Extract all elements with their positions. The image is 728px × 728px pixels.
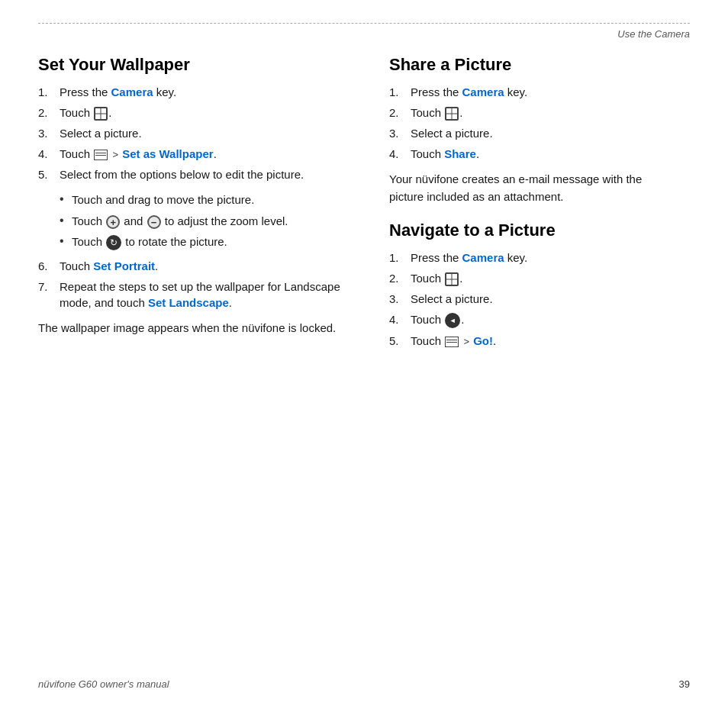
footer: nüvifone G60 owner's manual 39: [38, 678, 690, 690]
rotate-icon: [106, 235, 121, 250]
bullet-2: • Touch and to adjust the zoom level.: [60, 213, 359, 229]
step-num-3: 3.: [38, 125, 60, 141]
share-step-num-3: 3.: [389, 125, 411, 141]
menu-icon-2: [445, 337, 459, 347]
nav-icon: [445, 313, 460, 328]
share-step-4: 4. Touch Share.: [389, 146, 679, 162]
bullet-dot-2: •: [60, 212, 72, 229]
arrow-1: >: [112, 149, 118, 160]
left-column: Set Your Wallpaper 1. Press the Camera k…: [38, 55, 359, 358]
share-step-2: 2. Touch .: [389, 105, 679, 121]
share-step-1: 1. Press the Camera key.: [389, 84, 679, 100]
bullet-2-content: Touch and to adjust the zoom level.: [72, 213, 288, 229]
camera-link-1: Camera: [111, 85, 153, 98]
menu-icon-1: [94, 150, 108, 160]
step-4-content: Touch > Set as Wallpaper.: [60, 146, 217, 162]
step-num-4: 4.: [38, 146, 60, 162]
step-5-content: Select from the options below to edit th…: [60, 166, 304, 182]
bullet-1-content: Touch and drag to move the picture.: [72, 192, 254, 208]
zoom-out-icon: [147, 215, 161, 229]
go-link: Go!: [473, 334, 493, 347]
wallpaper-footer-note: The wallpaper image appears when the nüv…: [38, 320, 359, 337]
step-1-content: Press the Camera key.: [60, 84, 176, 100]
nav-step-num-5: 5.: [389, 333, 411, 349]
bullet-1: • Touch and drag to move the picture.: [60, 192, 359, 208]
bullet-list: • Touch and drag to move the picture. • …: [60, 192, 359, 250]
bullet-3: • Touch to rotate the picture.: [60, 234, 359, 250]
header-divider: [38, 23, 690, 24]
nav-step-1: 1. Press the Camera key.: [389, 250, 679, 266]
bullet-dot-3: •: [60, 233, 72, 250]
zoom-in-icon: [106, 215, 120, 229]
step-num-6: 6.: [38, 258, 60, 274]
camera-link-3: Camera: [462, 251, 504, 264]
step-num-7: 7.: [38, 279, 60, 311]
step-num-1: 1.: [38, 84, 60, 100]
page-header: Use the Camera: [38, 28, 690, 40]
footer-manual: nüvifone G60 owner's manual: [38, 678, 169, 690]
set-wallpaper-title: Set Your Wallpaper: [38, 55, 359, 75]
step-7-content: Repeat the steps to set up the wallpaper…: [60, 279, 359, 311]
navigate-steps: 1. Press the Camera key. 2. Touch . 3. S…: [389, 250, 679, 349]
nav-step-1-content: Press the Camera key.: [411, 250, 527, 266]
nav-step-num-2: 2.: [389, 270, 411, 286]
nav-step-3: 3. Select a picture.: [389, 291, 679, 307]
step-7: 7. Repeat the steps to set up the wallpa…: [38, 279, 359, 311]
nav-step-num-1: 1.: [389, 250, 411, 266]
right-column: Share a Picture 1. Press the Camera key.…: [389, 55, 679, 358]
step-3: 3. Select a picture.: [38, 125, 359, 141]
bullet-3-content: Touch to rotate the picture.: [72, 234, 227, 250]
nav-step-5: 5. Touch > Go!.: [389, 333, 679, 349]
share-step-num-2: 2.: [389, 105, 411, 121]
navigate-picture-section: Navigate to a Picture 1. Press the Camer…: [389, 221, 679, 349]
step-5: 5. Select from the options below to edit…: [38, 166, 359, 182]
header-title: Use the Camera: [617, 28, 690, 40]
share-step-4-content: Touch Share.: [411, 146, 479, 162]
share-step-num-1: 1.: [389, 84, 411, 100]
step-1: 1. Press the Camera key.: [38, 84, 359, 100]
step-6-content: Touch Set Portrait.: [60, 258, 158, 274]
share-step-2-content: Touch .: [411, 105, 462, 121]
grid-icon-1: [94, 107, 108, 121]
wallpaper-steps: 1. Press the Camera key. 2. Touch . 3. S…: [38, 84, 359, 182]
page-container: Use the Camera Set Your Wallpaper 1. Pre…: [0, 0, 728, 728]
share-step-3: 3. Select a picture.: [389, 125, 679, 141]
step-2: 2. Touch .: [38, 105, 359, 121]
content-columns: Set Your Wallpaper 1. Press the Camera k…: [38, 55, 690, 358]
set-as-wallpaper-link: Set as Wallpaper: [122, 147, 214, 160]
nav-step-num-3: 3.: [389, 291, 411, 307]
nav-step-num-4: 4.: [389, 311, 411, 328]
nav-step-4: 4. Touch .: [389, 311, 679, 328]
step-3-content: Select a picture.: [60, 125, 142, 141]
share-step-3-content: Select a picture.: [411, 125, 493, 141]
share-step-1-content: Press the Camera key.: [411, 84, 527, 100]
nav-step-2-content: Touch .: [411, 270, 462, 286]
step-6: 6. Touch Set Portrait.: [38, 258, 359, 274]
share-steps: 1. Press the Camera key. 2. Touch . 3. S…: [389, 84, 679, 162]
nav-step-4-content: Touch .: [411, 311, 464, 328]
bullet-dot-1: •: [60, 191, 72, 208]
step-2-content: Touch .: [60, 105, 111, 121]
nav-step-2: 2. Touch .: [389, 270, 679, 286]
wallpaper-steps-continued: 6. Touch Set Portrait. 7. Repeat the ste…: [38, 258, 359, 311]
share-picture-section: Share a Picture 1. Press the Camera key.…: [389, 55, 679, 205]
arrow-2: >: [463, 336, 469, 347]
grid-icon-2: [445, 107, 459, 121]
share-step-num-4: 4.: [389, 146, 411, 162]
set-landscape-link: Set Landscape: [148, 296, 229, 309]
footer-page: 39: [679, 678, 690, 690]
grid-icon-3: [445, 272, 459, 286]
navigate-picture-title: Navigate to a Picture: [389, 221, 679, 240]
step-num-5: 5.: [38, 166, 60, 182]
set-wallpaper-section: Set Your Wallpaper 1. Press the Camera k…: [38, 55, 359, 337]
share-link: Share: [444, 147, 476, 160]
share-picture-title: Share a Picture: [389, 55, 679, 75]
set-portrait-link: Set Portrait: [93, 259, 155, 272]
step-num-2: 2.: [38, 105, 60, 121]
nav-step-3-content: Select a picture.: [411, 291, 493, 307]
share-note: Your nüvifone creates an e-mail message …: [389, 171, 679, 205]
camera-link-2: Camera: [462, 85, 504, 98]
step-4: 4. Touch > Set as Wallpaper.: [38, 146, 359, 162]
nav-step-5-content: Touch > Go!.: [411, 333, 496, 349]
